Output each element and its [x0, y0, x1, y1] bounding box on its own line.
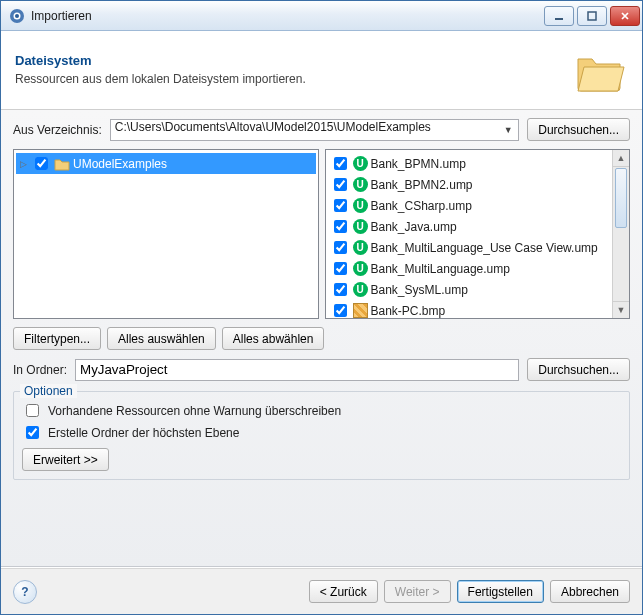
ump-file-icon: U	[353, 198, 368, 213]
file-checkbox[interactable]	[334, 304, 347, 317]
file-checkbox[interactable]	[334, 220, 347, 233]
scroll-thumb[interactable]	[615, 168, 627, 228]
window-controls	[544, 6, 640, 26]
options-group: Optionen Vorhandene Ressourcen ohne Warn…	[13, 391, 630, 480]
file-row[interactable]: Bank-PC.bmp	[328, 300, 611, 318]
ump-file-icon: U	[353, 240, 368, 255]
advanced-button[interactable]: Erweitert >>	[22, 448, 109, 471]
file-label: Bank_CSharp.ump	[371, 199, 472, 213]
file-row[interactable]: UBank_SysML.ump	[328, 279, 611, 300]
tree-item-label: UModelExamples	[73, 157, 167, 171]
file-checkbox[interactable]	[334, 178, 347, 191]
titlebar[interactable]: Importieren	[1, 1, 642, 31]
file-row[interactable]: UBank_BPMN.ump	[328, 153, 611, 174]
folder-open-icon	[572, 41, 628, 97]
directory-combo[interactable]: C:\Users\Documents\Altova\UModel2015\UMo…	[110, 119, 520, 141]
scroll-down-icon[interactable]: ▼	[613, 301, 629, 318]
close-button[interactable]	[610, 6, 640, 26]
window-title: Importieren	[31, 9, 544, 23]
directory-value: C:\Users\Documents\Altova\UModel2015\UMo…	[115, 120, 431, 134]
options-legend: Optionen	[20, 384, 77, 398]
app-icon	[9, 8, 25, 24]
select-all-button[interactable]: Alles auswählen	[107, 327, 216, 350]
browse-destination-button[interactable]: Durchsuchen...	[527, 358, 630, 381]
filter-types-button[interactable]: Filtertypen...	[13, 327, 101, 350]
banner-heading: Dateisystem	[15, 53, 572, 68]
ump-file-icon: U	[353, 177, 368, 192]
deselect-all-button[interactable]: Alles abwählen	[222, 327, 325, 350]
tree-item[interactable]: ▷UModelExamples	[16, 153, 316, 174]
file-label: Bank_BPMN2.ump	[371, 178, 473, 192]
import-dialog: Importieren Dateisystem Ressourcen aus d…	[0, 0, 643, 615]
file-label: Bank_SysML.ump	[371, 283, 468, 297]
file-list-scrollbar[interactable]: ▲ ▼	[612, 150, 629, 318]
ump-file-icon: U	[353, 282, 368, 297]
file-label: Bank_Java.ump	[371, 220, 457, 234]
svg-rect-3	[555, 18, 563, 20]
bmp-file-icon	[353, 303, 368, 318]
footer: ? < Zurück Weiter > Fertigstellen Abbrec…	[1, 568, 642, 614]
file-label: Bank_BPMN.ump	[371, 157, 466, 171]
destination-row: In Ordner: Durchsuchen...	[13, 358, 630, 381]
file-row[interactable]: UBank_CSharp.ump	[328, 195, 611, 216]
file-row[interactable]: UBank_MultiLanguage_Use Case View.ump	[328, 237, 611, 258]
overwrite-checkbox[interactable]	[26, 404, 39, 417]
topfolder-checkbox[interactable]	[26, 426, 39, 439]
folder-tree-pane[interactable]: ▷UModelExamples	[13, 149, 319, 319]
topfolder-label: Erstelle Ordner der höchsten Ebene	[48, 426, 239, 440]
svg-rect-4	[588, 12, 596, 20]
file-row[interactable]: UBank_Java.ump	[328, 216, 611, 237]
file-checkbox[interactable]	[334, 262, 347, 275]
finish-button[interactable]: Fertigstellen	[457, 580, 544, 603]
chevron-down-icon[interactable]: ▼	[500, 122, 516, 138]
cancel-button[interactable]: Abbrechen	[550, 580, 630, 603]
back-button[interactable]: < Zurück	[309, 580, 378, 603]
ump-file-icon: U	[353, 261, 368, 276]
file-label: Bank_MultiLanguage.ump	[371, 262, 510, 276]
file-row[interactable]: UBank_MultiLanguage.ump	[328, 258, 611, 279]
file-list-pane[interactable]: UBank_BPMN.umpUBank_BPMN2.umpUBank_CShar…	[325, 149, 631, 319]
browse-directory-button[interactable]: Durchsuchen...	[527, 118, 630, 141]
destination-label: In Ordner:	[13, 363, 67, 377]
file-checkbox[interactable]	[334, 199, 347, 212]
ump-file-icon: U	[353, 219, 368, 234]
svg-point-2	[15, 14, 19, 18]
banner-subtitle: Ressourcen aus dem lokalen Dateisystem i…	[15, 72, 572, 86]
file-checkbox[interactable]	[334, 157, 347, 170]
folder-icon	[54, 157, 70, 171]
help-icon[interactable]: ?	[13, 580, 37, 604]
tree-checkbox[interactable]	[35, 157, 48, 170]
file-checkbox[interactable]	[334, 241, 347, 254]
next-button[interactable]: Weiter >	[384, 580, 451, 603]
banner: Dateisystem Ressourcen aus dem lokalen D…	[1, 31, 642, 110]
file-row[interactable]: UBank_BPMN2.ump	[328, 174, 611, 195]
directory-label: Aus Verzeichnis:	[13, 123, 102, 137]
ump-file-icon: U	[353, 156, 368, 171]
expand-icon[interactable]: ▷	[18, 159, 28, 169]
file-label: Bank-PC.bmp	[371, 304, 446, 318]
directory-row: Aus Verzeichnis: C:\Users\Documents\Alto…	[13, 118, 630, 141]
overwrite-label: Vorhandene Ressourcen ohne Warnung übers…	[48, 404, 341, 418]
destination-field[interactable]	[75, 359, 519, 381]
minimize-button[interactable]	[544, 6, 574, 26]
file-label: Bank_MultiLanguage_Use Case View.ump	[371, 241, 598, 255]
scroll-up-icon[interactable]: ▲	[613, 150, 629, 167]
file-checkbox[interactable]	[334, 283, 347, 296]
maximize-button[interactable]	[577, 6, 607, 26]
